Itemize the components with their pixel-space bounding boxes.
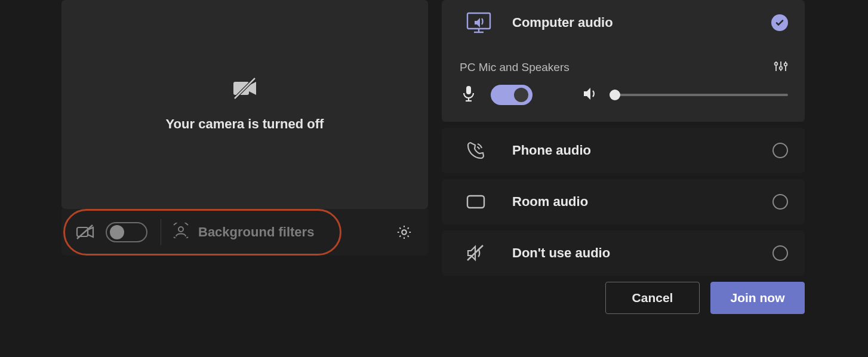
radio-unselected-icon [772,143,788,158]
audio-option-none[interactable]: Don't use audio [442,230,805,276]
svg-line-8 [174,237,177,238]
toggle-knob [110,225,124,239]
audio-option-phone[interactable]: Phone audio [442,128,805,173]
audio-options-panel: Computer audio PC Mic and Speakers [442,0,805,276]
no-audio-icon [466,245,512,261]
volume-slider-thumb[interactable] [610,90,620,100]
camera-toolbar: Background filters [61,209,428,256]
room-audio-icon [466,194,512,210]
audio-option-label: Phone audio [512,143,772,158]
join-now-button[interactable]: Join now [710,282,805,314]
audio-device-settings-button[interactable] [774,60,788,75]
cancel-button[interactable]: Cancel [605,282,700,314]
camera-preview-panel: Your camera is turned off [61,0,428,209]
toolbar-divider [161,219,161,245]
audio-option-room[interactable]: Room audio [442,179,805,224]
camera-off-icon [231,77,258,101]
svg-rect-20 [466,86,471,94]
speaker-icon [583,87,598,103]
camera-toggle[interactable] [106,222,147,242]
svg-rect-3 [77,227,88,236]
svg-rect-23 [467,196,484,208]
volume-slider[interactable] [611,94,788,96]
device-settings-button[interactable] [396,224,413,241]
footer-actions: Cancel Join now [605,282,805,314]
audio-option-label: Don't use audio [512,245,772,261]
svg-point-15 [775,63,778,66]
toggle-knob [514,88,528,102]
audio-device-name: PC Mic and Speakers [460,61,764,74]
background-filters-icon [173,223,189,242]
microphone-toggle[interactable] [491,85,533,105]
microphone-icon [462,85,475,104]
svg-line-9 [185,237,188,238]
audio-controls-row [442,75,805,122]
svg-line-7 [184,223,188,225]
audio-option-computer[interactable]: Computer audio [442,0,805,45]
radio-unselected-icon [772,194,788,210]
selected-check-icon [771,14,788,31]
audio-device-row: PC Mic and Speakers [442,45,805,75]
svg-point-5 [178,227,183,232]
background-filters-label: Background filters [198,224,314,240]
computer-audio-card: Computer audio PC Mic and Speakers [442,0,805,122]
audio-option-label: Computer audio [512,15,771,30]
radio-unselected-icon [772,245,788,261]
phone-audio-icon [466,140,512,161]
computer-audio-icon [466,11,512,35]
svg-point-10 [402,230,406,234]
svg-line-6 [174,223,177,225]
camera-off-small-icon [67,224,103,240]
camera-status-text: Your camera is turned off [166,116,324,132]
background-filters-button[interactable]: Background filters [173,223,314,242]
svg-point-19 [784,63,787,66]
audio-option-label: Room audio [512,194,772,210]
svg-point-17 [780,67,783,70]
